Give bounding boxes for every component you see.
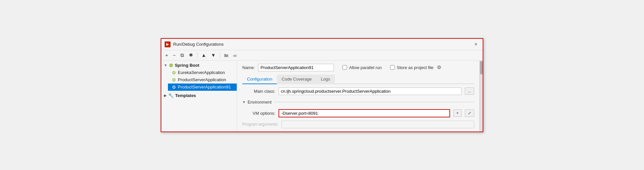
environment-label: Environment (248, 100, 272, 105)
copy-button[interactable]: ⧉ (179, 52, 185, 59)
scrollbar[interactable] (479, 61, 483, 132)
main-class-input[interactable] (279, 87, 462, 95)
move-up-button[interactable]: ▲ (200, 52, 208, 59)
settings-button[interactable] (187, 52, 195, 58)
tree-item-eureka[interactable]: ⚙ EurekaServerApplication (168, 69, 237, 76)
tab-configuration[interactable]: Configuration (242, 75, 277, 84)
toolbar: + − ⧉ ▲ ▼ a|z (161, 50, 483, 61)
environment-header: ▼ Environment (242, 98, 474, 106)
program-args-label: Program arguments: (242, 122, 278, 127)
product-label: ProductServerApplication (178, 77, 226, 82)
browse-button[interactable]: ... (465, 87, 474, 95)
templates-arrow-icon: ▶ (164, 94, 167, 97)
name-label: Name: (242, 65, 255, 70)
tree-item-product[interactable]: ⚙ ProductServerApplication (168, 76, 237, 84)
vm-options-input[interactable] (279, 109, 450, 117)
main-class-label: Main class: (242, 89, 275, 94)
vm-options-row: VM options: + ⤢ (242, 109, 474, 117)
dialog-title: Run/Debug Configurations (173, 42, 224, 47)
tabs-container: Configuration Code Coverage Logs (242, 75, 474, 84)
toolbar-separator (197, 52, 198, 58)
run-debug-dialog: ▶ Run/Debug Configurations × + − ⧉ ▲ ▼ a… (161, 38, 483, 132)
app-icon: ▶ (165, 41, 171, 47)
title-bar-left: ▶ Run/Debug Configurations (165, 41, 224, 47)
divider (274, 102, 474, 102)
folder-button[interactable] (223, 52, 230, 58)
main-class-row: Main class: ... (242, 87, 474, 95)
toolbar-separator2 (220, 52, 220, 58)
remove-button[interactable]: − (172, 52, 177, 59)
add-button[interactable]: + (164, 52, 170, 59)
allow-parallel-label: Allow parallel run (349, 65, 382, 70)
program-args-row: Program arguments: (242, 121, 474, 128)
sidebar: ▼ ⚙ Spring Boot ⚙ EurekaServerApplicatio… (161, 61, 237, 132)
eureka-icon: ⚙ (172, 70, 176, 75)
spring-icon: ⚙ (169, 63, 173, 68)
name-row: Name: Allow parallel run Store as projec… (242, 64, 474, 71)
config-section: Main class: ... ▼ Environment VM options… (242, 87, 474, 128)
store-project-group: Store as project file (390, 65, 433, 70)
product91-icon: ⚙ (172, 85, 176, 90)
product91-label: ProductServerApplication91 (178, 85, 231, 89)
vm-expand-button[interactable]: + (453, 109, 462, 117)
store-project-label: Store as project file (397, 65, 433, 70)
allow-parallel-group: Allow parallel run (342, 65, 382, 70)
right-panel: Name: Allow parallel run Store as projec… (237, 61, 479, 132)
env-collapse-icon[interactable]: ▼ (242, 100, 246, 104)
eureka-label: EurekaServerApplication (178, 70, 225, 75)
program-args-input[interactable] (282, 121, 474, 128)
templates-label: Templates (175, 93, 196, 98)
templates-wrench-icon: 🔧 (168, 93, 174, 98)
scrollbar-thumb[interactable] (480, 61, 483, 74)
vm-fullscreen-button[interactable]: ⤢ (465, 109, 474, 117)
expand-arrow-icon: ▼ (164, 63, 167, 67)
main-content: ▼ ⚙ Spring Boot ⚙ EurekaServerApplicatio… (161, 61, 483, 132)
name-input[interactable] (258, 64, 334, 71)
sort-button[interactable]: a|z (232, 52, 239, 58)
store-project-checkbox[interactable] (390, 65, 395, 70)
product-icon: ⚙ (172, 77, 176, 83)
store-gear-button[interactable]: ⚙ (437, 64, 441, 70)
templates-group[interactable]: ▶ 🔧 Templates (161, 92, 237, 99)
close-button[interactable]: × (472, 41, 479, 48)
move-down-button[interactable]: ▼ (209, 52, 217, 59)
title-bar: ▶ Run/Debug Configurations × (161, 39, 483, 50)
svg-text:a|z: a|z (233, 54, 237, 57)
allow-parallel-checkbox[interactable] (342, 65, 347, 70)
tab-logs[interactable]: Logs (316, 75, 335, 84)
tab-code-coverage[interactable]: Code Coverage (277, 75, 316, 84)
tree-item-product91[interactable]: ⚙ ProductServerApplication91 (168, 84, 237, 91)
spring-boot-group[interactable]: ▼ ⚙ Spring Boot (161, 62, 237, 69)
spring-boot-label: Spring Boot (175, 63, 199, 68)
spring-boot-children: ⚙ EurekaServerApplication ⚙ ProductServe… (161, 69, 237, 91)
vm-options-label: VM options: (242, 111, 275, 116)
